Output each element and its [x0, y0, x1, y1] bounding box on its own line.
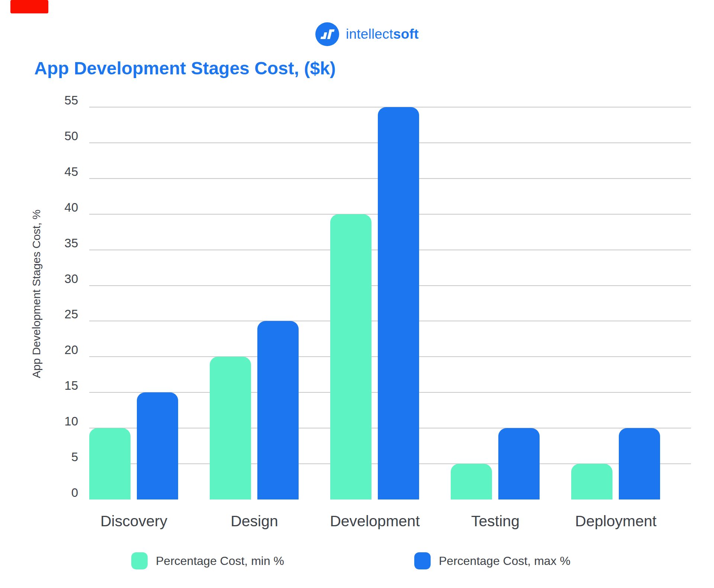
intellectsoft-logo-icon — [315, 22, 339, 46]
x-axis-label-development: Development — [315, 513, 435, 530]
bar-max-development — [378, 107, 419, 499]
bar-max-discovery — [137, 392, 178, 499]
y-tick-label: 10 — [37, 415, 78, 428]
legend-item-min: Percentage Cost, min % — [131, 552, 284, 570]
bar-min-development — [330, 214, 372, 499]
bar-max-deployment — [619, 428, 660, 499]
x-axis-label-testing: Testing — [435, 513, 556, 530]
brand-header: intellectsoft — [315, 22, 419, 46]
brand-name-bold: soft — [393, 26, 419, 42]
y-tick-label: 25 — [37, 308, 78, 321]
y-tick-label: 20 — [37, 344, 78, 356]
brand-name-regular: intellect — [346, 26, 393, 42]
page: intellectsoft App Development Stages Cos… — [0, 0, 714, 588]
bar-max-design — [257, 321, 299, 499]
x-axis-label-discovery: Discovery — [74, 513, 194, 530]
y-tick-label: 55 — [37, 94, 78, 107]
legend-item-max: Percentage Cost, max % — [414, 552, 570, 570]
y-tick-label: 5 — [37, 451, 78, 463]
red-marker — [10, 0, 48, 13]
bar-min-deployment — [571, 464, 612, 499]
legend-label: Percentage Cost, min % — [156, 554, 284, 568]
y-tick-label: 50 — [37, 130, 78, 142]
y-tick-label: 0 — [37, 486, 78, 499]
bar-min-discovery — [89, 428, 131, 499]
y-tick-label: 15 — [37, 379, 78, 392]
bar-min-testing — [451, 464, 492, 499]
y-tick-label: 45 — [37, 166, 78, 178]
plot-area — [89, 107, 691, 499]
legend-swatch — [414, 552, 431, 569]
y-tick-label: 35 — [37, 237, 78, 250]
legend-swatch — [131, 552, 148, 569]
y-tick-label: 30 — [37, 273, 78, 285]
x-axis-label-design: Design — [194, 513, 315, 530]
y-tick-label: 40 — [37, 201, 78, 214]
chart-title: App Development Stages Cost, ($k) — [34, 58, 336, 78]
x-axis-label-deployment: Deployment — [556, 513, 676, 530]
bar-min-design — [210, 357, 251, 499]
bar-max-testing — [498, 428, 540, 499]
legend-label: Percentage Cost, max % — [439, 554, 570, 568]
brand-name: intellectsoft — [346, 26, 419, 42]
